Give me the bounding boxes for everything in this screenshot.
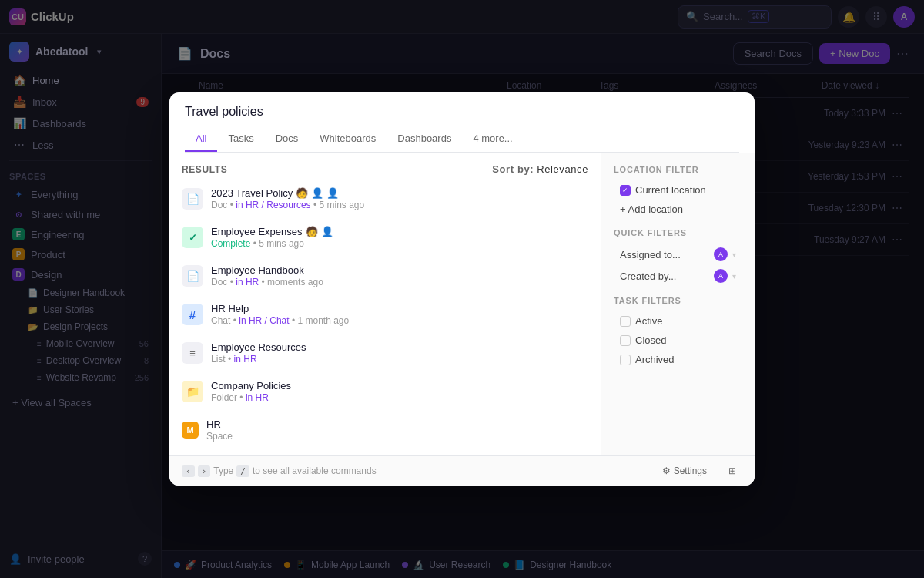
result-item-7[interactable]: M HR Space (169, 411, 601, 449)
quick-filters-label: QUICK FILTERS (614, 228, 742, 237)
result-content-4: HR Help Chat • in HR / Chat • 1 month ag… (211, 303, 588, 326)
add-location-item[interactable]: + Add location (614, 200, 742, 219)
result-title-2: Employee Expenses 🧑👤 (211, 226, 588, 237)
settings-icon: ⚙ (662, 465, 671, 476)
created-avatar: A (714, 269, 728, 283)
result-icon-5: ≡ (182, 342, 203, 364)
modal-sidebar: LOCATION FILTER ✓ Current location + Add… (601, 153, 755, 455)
tab-tasks[interactable]: Tasks (217, 126, 264, 152)
result-item-1[interactable]: 📄 2023 Travel Policy 🧑👤👤 Doc • in HR / R… (169, 180, 601, 218)
modal-nav-hint: ‹ › Type / to see all available commands (182, 465, 377, 477)
tab-more[interactable]: 4 more... (462, 126, 523, 152)
result-content-7: HR Space (206, 418, 588, 442)
result-content-3: Employee Handbook Doc • in HR • moments … (211, 264, 588, 287)
modal-body: RESULTS Sort by: Relevance 📄 2023 Travel… (169, 153, 755, 455)
modal-footer: ‹ › Type / to see all available commands… (169, 455, 755, 486)
assigned-to-row[interactable]: Assigned to... A ▾ (614, 244, 742, 265)
result-sub-5: List • in HR (211, 354, 588, 365)
current-location-item[interactable]: ✓ Current location (614, 180, 742, 200)
archived-label: Archived (635, 354, 675, 365)
assigned-to-label: Assigned to... (620, 249, 709, 260)
search-modal: All Tasks Docs Whiteboards Dashboards 4 … (169, 92, 755, 486)
result-item-4[interactable]: # HR Help Chat • in HR / Chat • 1 month … (169, 295, 601, 334)
cmd-icon: ⊞ (728, 465, 736, 476)
cmd-button[interactable]: ⊞ (722, 462, 742, 479)
tab-all[interactable]: All (185, 126, 217, 152)
result-title-5: Employee Resources (211, 341, 588, 353)
result-item-5[interactable]: ≡ Employee Resources List • in HR (169, 334, 601, 372)
created-by-row[interactable]: Created by... A ▾ (614, 265, 742, 287)
nav-prev-key[interactable]: ‹ (182, 465, 195, 477)
result-sub-6: Folder • in HR (211, 392, 588, 403)
result-content-2: Employee Expenses 🧑👤 Complete • 5 mins a… (211, 226, 588, 249)
nav-next-key[interactable]: › (198, 465, 211, 477)
modal-overlay[interactable]: All Tasks Docs Whiteboards Dashboards 4 … (0, 0, 924, 578)
location-filter-label: LOCATION FILTER (614, 165, 742, 174)
result-icon-3: 📄 (182, 265, 203, 287)
active-check (620, 316, 631, 327)
current-location-label: Current location (635, 184, 706, 196)
result-item-2[interactable]: ✓ Employee Expenses 🧑👤 Complete • 5 mins… (169, 218, 601, 257)
result-sub-1: Doc • in HR / Resources • 5 mins ago (211, 200, 588, 210)
result-icon-4: # (182, 304, 203, 325)
task-filters-label: TASK FILTERS (614, 296, 742, 305)
tab-dashboards[interactable]: Dashboards (387, 126, 462, 152)
result-icon-6: 📁 (182, 381, 203, 402)
modal-tabs: All Tasks Docs Whiteboards Dashboards 4 … (185, 126, 739, 153)
filter-active[interactable]: Active (614, 311, 742, 331)
active-label: Active (635, 315, 662, 327)
assigned-chevron: ▾ (732, 250, 736, 259)
result-content-1: 2023 Travel Policy 🧑👤👤 Doc • in HR / Res… (211, 187, 588, 210)
result-icon-2: ✓ (182, 227, 203, 248)
settings-label: Settings (674, 465, 707, 476)
results-header: RESULTS Sort by: Relevance (169, 159, 601, 180)
result-sub-3: Doc • in HR • moments ago (211, 277, 588, 287)
tab-docs[interactable]: Docs (265, 126, 310, 152)
modal-search-input[interactable] (185, 105, 739, 119)
result-title-6: Company Policies (211, 380, 588, 391)
modal-query-label (185, 105, 739, 119)
created-by-label: Created by... (620, 271, 709, 282)
results-label: RESULTS (182, 164, 227, 175)
modal-results: RESULTS Sort by: Relevance 📄 2023 Travel… (169, 153, 601, 455)
type-label: Type (213, 465, 233, 476)
result-sub-7: Space (206, 431, 588, 442)
closed-check (620, 335, 631, 346)
closed-label: Closed (635, 334, 666, 346)
filter-archived[interactable]: Archived (614, 350, 742, 369)
created-chevron: ▾ (732, 272, 736, 281)
sort-row: Sort by: Relevance (492, 163, 588, 175)
result-sub-4: Chat • in HR / Chat • 1 month ago (211, 315, 588, 326)
result-content-6: Company Policies Folder • in HR (211, 380, 588, 403)
result-icon-7: M (182, 422, 199, 439)
result-item-3[interactable]: 📄 Employee Handbook Doc • in HR • moment… (169, 257, 601, 295)
result-content-5: Employee Resources List • in HR (211, 341, 588, 365)
result-title-1: 2023 Travel Policy 🧑👤👤 (211, 187, 588, 199)
result-item-6[interactable]: 📁 Company Policies Folder • in HR (169, 372, 601, 411)
archived-check (620, 355, 631, 365)
result-title-7: HR (206, 418, 588, 430)
modal-top: All Tasks Docs Whiteboards Dashboards 4 … (169, 92, 755, 153)
current-location-check: ✓ (620, 185, 631, 196)
slash-key[interactable]: / (236, 465, 249, 477)
filter-closed[interactable]: Closed (614, 331, 742, 350)
result-title-4: HR Help (211, 303, 588, 314)
result-icon-1: 📄 (182, 188, 203, 210)
modal-footer-right: ⚙ Settings ⊞ (656, 462, 742, 479)
tab-whiteboards[interactable]: Whiteboards (309, 126, 387, 152)
add-location-label: + Add location (620, 203, 683, 215)
result-sub-2: Complete • 5 mins ago (211, 238, 588, 249)
assigned-avatar: A (714, 247, 728, 261)
hint-text: to see all available commands (253, 465, 377, 476)
result-title-3: Employee Handbook (211, 264, 588, 276)
settings-button[interactable]: ⚙ Settings (656, 462, 713, 479)
sort-by-label: Sort by: (492, 163, 534, 175)
sort-value[interactable]: Relevance (537, 163, 588, 175)
